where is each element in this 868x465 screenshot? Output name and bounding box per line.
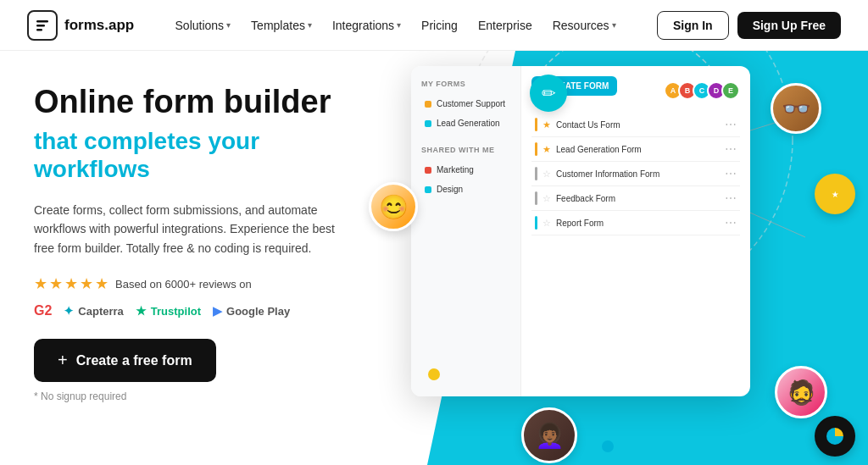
pie-circle [815,416,855,457]
sidebar-dot-red [425,167,431,174]
play-icon: ▶ [213,304,222,318]
form-row-4-left: ☆ Feedback Form [535,191,615,205]
form-menu-5[interactable]: ⋯ [725,216,737,230]
header-actions: Sign In Sign Up Free [657,11,841,40]
form-row-3: ☆ Customer Information Form ⋯ [531,162,740,186]
pie-chart-icon [825,426,845,446]
dot-yellow [428,368,440,380]
star-5: ★ [95,274,108,293]
pencil-icon: ✏ [542,83,556,103]
rating-text: Based on 6000+ reviews on [115,278,252,291]
form-menu-2[interactable]: ⋯ [725,142,737,156]
badge-google-play: ▶ Google Play [213,304,290,318]
star-2: ★ [49,274,63,293]
signin-button[interactable]: Sign In [657,11,729,40]
form-indicator-gray [535,167,537,180]
nav-integrations[interactable]: Integrations ▾ [324,14,409,37]
nav-resources[interactable]: Resources ▾ [544,14,625,37]
sidebar-dot-teal [425,120,431,127]
signup-button[interactable]: Sign Up Free [737,12,841,39]
avatar-mid-right: 🧔 [775,366,827,418]
sidebar-label-marketing: Marketing [437,165,474,174]
share-circle: ⋆ [815,174,855,214]
google-play-label: Google Play [226,305,290,318]
sidebar-label-design: Design [437,185,463,194]
sidebar-item-design[interactable]: Design [421,180,510,198]
sidebar-dot-teal2 [425,186,431,193]
header: forms.app Solutions ▾ Templates ▾ Integr… [0,0,868,51]
form-name-3: Customer Information Form [556,169,659,179]
form-indicator-orange [535,118,537,131]
form-row-5-left: ☆ Report Form [535,216,604,230]
form-menu-4[interactable]: ⋯ [725,191,737,205]
chevron-down-icon: ▾ [612,20,616,30]
avatar-top-right: 👓 [771,83,821,134]
app-sidebar: MY FORMS Customer Support Lead Generatio… [411,66,521,396]
avatar-left: 😊 [369,182,418,231]
hero-description: Create forms, collect form submissions, … [34,201,337,257]
svg-rect-0 [36,20,48,23]
sidebar-label-lead-gen: Lead Generation [437,119,500,128]
sidebar-item-lead-gen[interactable]: Lead Generation [421,114,510,132]
nav-solutions[interactable]: Solutions ▾ [167,14,240,37]
form-row-5: ☆ Report Form ⋯ [531,211,740,235]
form-row-2-left: ★ Lead Generation Form [535,142,642,156]
pencil-circle: ✏ [530,75,567,112]
avatar-beard-icon: 🧔 [777,368,825,416]
avatar-smile-icon: 😊 [371,185,415,229]
logo[interactable]: forms.app [27,10,134,41]
badge-g2: G2 [34,303,52,318]
form-row-4: ☆ Feedback Form ⋯ [531,186,740,211]
form-row-1-left: ★ Contact Us Form [535,118,620,131]
sidebar-item-marketing[interactable]: Marketing [421,161,510,179]
no-signup-text: * No signup required [34,390,337,402]
chevron-down-icon: ▾ [226,20,231,30]
form-menu-1[interactable]: ⋯ [725,118,737,131]
main-nav: Solutions ▾ Templates ▾ Integrations ▾ P… [167,14,625,37]
sidebar-item-customer-support[interactable]: Customer Support [421,95,510,113]
dot-teal [602,440,614,452]
my-forms-section-title: MY FORMS [421,80,510,88]
nav-enterprise[interactable]: Enterprise [470,14,541,37]
plus-icon: + [58,351,68,370]
form-row-3-left: ☆ Customer Information Form [535,167,659,180]
star-rating: ★ ★ ★ ★ ★ [34,274,108,293]
app-main-panel: + CREATE FORM A B C D E ★ Conta [521,66,750,396]
nav-pricing[interactable]: Pricing [413,14,466,37]
capterra-label: Capterra [78,305,123,318]
form-name-1: Contact Us Form [556,120,620,130]
badge-trustpilot: ★ Trustpilot [136,304,201,318]
create-form-button[interactable]: + Create a free form [34,339,216,382]
hero-title: Online form builder [34,85,337,120]
chevron-down-icon: ▾ [308,20,312,30]
trustpilot-label: Trustpilot [151,305,201,318]
avatar-curly-icon: 👩🏾‍🦱 [524,410,575,461]
star-icon-5: ☆ [542,218,551,229]
trustpilot-icon: ★ [136,304,147,318]
sidebar-label-customer-support: Customer Support [437,99,505,108]
badges-row: G2 ✦ Capterra ★ Trustpilot ▶ Google Play [34,303,337,318]
avatar-bottom: 👩🏾‍🦱 [521,407,577,463]
form-menu-3[interactable]: ⋯ [725,167,737,180]
form-name-4: Feedback Form [556,194,615,203]
rating-row: ★ ★ ★ ★ ★ Based on 6000+ reviews on [34,274,337,293]
nav-templates[interactable]: Templates ▾ [242,14,320,37]
star-icon-3: ☆ [542,169,551,180]
logo-icon [27,10,58,41]
sidebar-dot-orange [425,101,431,108]
form-indicator-gray-2 [535,191,537,205]
star-icon-1: ★ [542,119,551,130]
hero-subtitle: that completes your workflows [34,127,337,184]
cta-label: Create a free form [76,353,192,368]
form-row-2: ★ Lead Generation Form ⋯ [531,137,740,162]
header-avatar-5: E [721,81,740,100]
form-indicator-orange-2 [535,142,537,156]
star-4: ★ [80,274,93,293]
form-name-2: Lead Generation Form [556,145,642,154]
header-avatars: A B C D E [668,81,740,100]
form-indicator-teal [535,216,537,230]
svg-rect-2 [36,29,42,31]
star-1: ★ [34,274,47,293]
badge-capterra: ✦ Capterra [64,304,123,318]
form-name-5: Report Form [556,219,604,228]
